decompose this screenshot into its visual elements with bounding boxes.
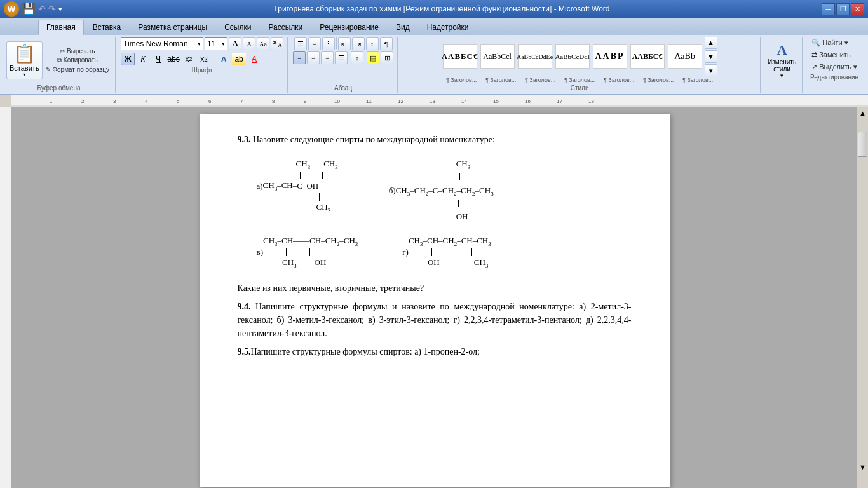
text-effects-button[interactable]: A xyxy=(217,53,231,65)
find-button[interactable]: 🔍 Найти ▾ xyxy=(808,37,861,48)
title-bar: W 💾 ↶ ↷ ▾ Григорьева сборник задач по хи… xyxy=(0,0,868,18)
scroll-up-btn[interactable]: ▲ xyxy=(857,107,868,119)
cut-button[interactable]: ✂ Вырезать xyxy=(44,47,111,55)
bullets-button[interactable]: ☰ xyxy=(294,37,307,50)
scrollbar-thumb[interactable] xyxy=(858,132,867,157)
style-item-2[interactable]: AaBbCcl xyxy=(480,44,515,69)
tab-review[interactable]: Рецензирование xyxy=(311,20,387,35)
tab-mailings[interactable]: Рассылки xyxy=(260,20,311,35)
restore-btn[interactable]: ❐ xyxy=(836,3,850,15)
style-item-5[interactable]: ААВР xyxy=(593,44,627,69)
task95-text: Напишите структурные формулы спиртов: а)… xyxy=(251,347,480,356)
tab-insert[interactable]: Вставка xyxy=(85,20,130,35)
styles-scroll-up[interactable]: ▲ xyxy=(705,37,717,49)
svg-text:4: 4 xyxy=(145,98,148,104)
struct-v-ch3: CH3 xyxy=(282,256,297,270)
document-page[interactable]: 9.3. Назовите следующие спирты по междун… xyxy=(200,114,670,487)
struct-v-letter: в) xyxy=(257,246,263,259)
style-item-3[interactable]: AaBbCcDdEe xyxy=(518,44,552,69)
structure-a-label: а) CH3 CH3 C xyxy=(257,158,338,215)
quick-save[interactable]: 💾 xyxy=(22,2,36,16)
struct-b-oh-bot: OH xyxy=(456,210,494,223)
tab-home[interactable]: Главная xyxy=(38,20,84,35)
scroll-down-btn[interactable]: ▼ xyxy=(857,461,868,473)
align-right-button[interactable]: ≡ xyxy=(321,51,334,64)
font-name-value: Times New Roman xyxy=(123,39,188,48)
multilevel-button[interactable]: ⋮ xyxy=(322,37,335,50)
style-item-7[interactable]: AaBb xyxy=(668,44,702,69)
struct-v-vline2 xyxy=(309,248,310,256)
structure-g: CH3–CH–CH2–CH–CH3 OH CH3 xyxy=(409,234,491,270)
tab-page-layout[interactable]: Разметка страницы xyxy=(130,20,215,35)
style-label-1: ¶ Заголов... xyxy=(443,77,480,83)
shading-button[interactable]: ▤ xyxy=(367,51,379,64)
align-center-button[interactable]: ≡ xyxy=(307,51,320,64)
styles-more[interactable]: ▾ xyxy=(705,64,717,76)
redo-btn[interactable]: ↷ xyxy=(48,4,56,14)
change-styles-icon: A xyxy=(777,42,787,58)
style-item-6[interactable]: ААВБС€ xyxy=(630,44,665,69)
struct-b-vline-top xyxy=(459,172,494,184)
style-label-5: ¶ Заголов... xyxy=(600,77,637,83)
strikethrough-button[interactable]: abc xyxy=(166,53,180,65)
minimize-btn[interactable]: ─ xyxy=(822,3,835,15)
styles-labels-row: ¶ Заголов... ¶ Заголов... ¶ Заголов... ¶… xyxy=(443,77,716,83)
svg-text:1: 1 xyxy=(50,98,53,104)
decrease-indent-button[interactable]: ⇤ xyxy=(338,37,351,50)
struct-g-oh: OH xyxy=(428,256,440,270)
align-left-button[interactable]: ≡ xyxy=(293,51,306,64)
font-size-box[interactable]: 11 ▾ xyxy=(205,37,227,50)
superscript-button[interactable]: x2 xyxy=(197,53,211,65)
clear-format-button[interactable]: ✕A xyxy=(271,37,283,50)
borders-button[interactable]: ⊞ xyxy=(381,51,393,64)
format-painter-button[interactable]: ✎ Формат по образцу xyxy=(44,65,111,74)
tab-addins[interactable]: Надстройки xyxy=(419,20,477,35)
undo-btn[interactable]: ↶ xyxy=(38,4,46,14)
bold-button[interactable]: Ж xyxy=(121,53,135,65)
increase-indent-button[interactable]: ⇥ xyxy=(352,37,365,50)
styles-scroll-down[interactable]: ▼ xyxy=(705,50,717,63)
font-name-box[interactable]: Times New Roman ▾ xyxy=(121,37,203,50)
grow-font-button[interactable]: A xyxy=(229,37,241,50)
struct-b-ch3-top: CH3 xyxy=(456,158,471,172)
replace-button[interactable]: ⇄ Заменить xyxy=(808,50,861,60)
change-styles-button[interactable]: A Изменить стили ▾ xyxy=(764,40,799,81)
italic-button[interactable]: К xyxy=(136,53,150,65)
highlight-button[interactable]: ab xyxy=(232,53,246,65)
struct-a-ch3-bot: CH3 xyxy=(316,201,338,215)
svg-text:15: 15 xyxy=(493,98,499,104)
show-marks-button[interactable]: ¶ xyxy=(380,37,393,50)
line-spacing-button[interactable]: ↕ xyxy=(351,51,363,64)
close-btn[interactable]: ✕ xyxy=(851,3,864,15)
struct-g-vline1 xyxy=(431,248,432,256)
office-orb[interactable]: W xyxy=(4,1,19,17)
subscript-button[interactable]: x2 xyxy=(182,53,196,65)
style-label-3: ¶ Заголов... xyxy=(522,77,559,83)
sort-button[interactable]: ↕ xyxy=(366,37,379,50)
styles-gallery: ААВБС€ AaBbCcl AaBbCcDdEe AaBbCcDdl ААВР… xyxy=(442,37,717,76)
tab-view[interactable]: Вид xyxy=(388,20,418,35)
task94-number: 9.4. xyxy=(238,302,251,311)
font-color-button[interactable]: A xyxy=(247,53,261,65)
svg-text:8: 8 xyxy=(272,98,275,104)
chem-row-2: в) CH3–CH——CH–CH2–CH3 CH3 xyxy=(257,234,632,270)
copy-button[interactable]: ⧉ Копировать xyxy=(44,56,111,65)
style-item-4[interactable]: AaBbCcDdl xyxy=(555,44,590,69)
structure-v-label: в) CH3–CH——CH–CH2–CH3 CH3 xyxy=(257,234,358,270)
select-button[interactable]: ↗ Выделить ▾ xyxy=(808,62,861,72)
change-case-icon-btn[interactable]: Aa xyxy=(257,37,269,50)
right-scrollbar[interactable]: ▲ ▼ xyxy=(857,107,868,488)
paste-button[interactable]: 📋 Вставить ▾ xyxy=(6,41,43,79)
style-item-1[interactable]: ААВБС€ xyxy=(443,44,477,69)
numbering-button[interactable]: ≡ xyxy=(308,37,321,50)
underline-button[interactable]: Ч xyxy=(151,53,165,65)
struct-v-oh: OH xyxy=(315,256,327,270)
tab-references[interactable]: Ссылки xyxy=(216,20,259,35)
struct-a-ch3-bottom: CH3 xyxy=(316,202,331,212)
document-area[interactable]: 9.3. Назовите следующие спирты по междун… xyxy=(11,107,857,488)
editing-group-content: 🔍 Найти ▾ ⇄ Заменить ↗ Выделить ▾ xyxy=(808,37,861,72)
shrink-font-button[interactable]: A xyxy=(243,37,255,50)
svg-text:13: 13 xyxy=(430,98,435,104)
struct-g-main: CH3–CH–CH2–CH–CH3 xyxy=(409,234,491,248)
justify-button[interactable]: ☰ xyxy=(335,51,348,64)
